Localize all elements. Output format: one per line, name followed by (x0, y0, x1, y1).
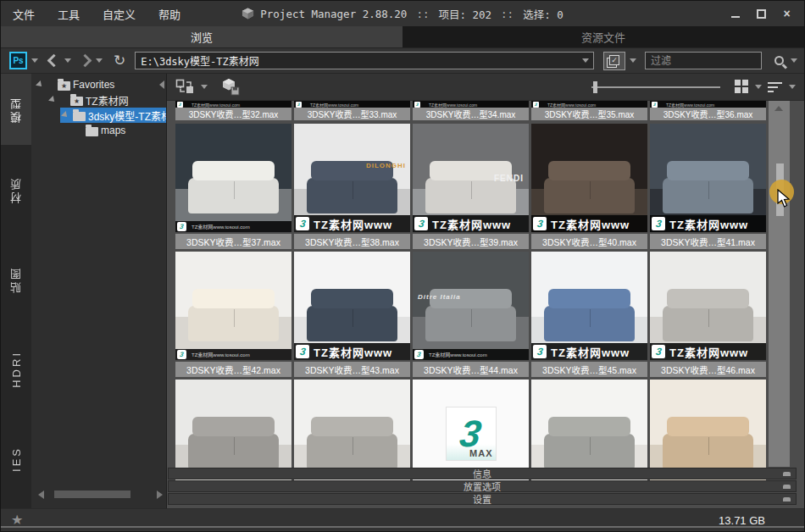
forward-button[interactable] (79, 54, 92, 68)
max-file-icon: 3 (414, 217, 428, 230)
side-tab-label: IES (10, 446, 23, 472)
thumbnail-image: 3TZ素材网www (531, 124, 647, 232)
thumbnail-cell[interactable]: 3TZ素材网www3DSKY收费…型45.max (531, 252, 647, 377)
thumbnail-cell[interactable]: 3TZ素材网www3DSKY收费…型41.max (650, 124, 766, 249)
main-tabs: 浏览资源文件 (1, 26, 804, 48)
side-tab-hdri[interactable]: HDRI (1, 324, 31, 414)
thumbnail-area: 3TZ素材网www.tosoui.com3DSKY收费…型32.max3TZ素材… (167, 74, 804, 508)
tree-expander-icon[interactable] (36, 80, 44, 89)
relink-assets-icon[interactable] (175, 79, 196, 95)
panel-info[interactable]: 信息 (168, 468, 797, 479)
back-history-dropdown-icon[interactable] (64, 58, 71, 63)
panel-collapse-icon[interactable] (783, 497, 791, 502)
furniture-shape (425, 178, 516, 213)
tree-item-3dsky[interactable]: 3dsky模型-TZ素材网 (31, 108, 166, 123)
thumbnail-cell[interactable]: 3TZ素材网www3DSKY收费…型40.max (531, 124, 647, 249)
panel-placement[interactable]: 放置选项 (168, 480, 797, 492)
relink-dropdown-icon[interactable] (201, 85, 208, 89)
forward-history-dropdown-icon[interactable] (96, 58, 103, 63)
tree-expander-icon[interactable] (61, 111, 69, 119)
thumbnail-cell[interactable]: FENDI3TZ素材网www3DSKY收费…型39.max (413, 124, 529, 249)
maximize-button[interactable] (756, 8, 767, 19)
side-tab-ies[interactable]: IES (1, 414, 31, 504)
watermark-strip: 3TZ素材网www.tosoui.com (650, 101, 766, 108)
furniture-shape (425, 306, 516, 341)
thumbnail-cell[interactable]: Ditre Italia3TZ素材网www.tosoui.com3DSKY收费…… (413, 252, 529, 377)
sort-icon[interactable] (768, 81, 783, 93)
filter-field[interactable] (645, 52, 762, 69)
menu-customize[interactable]: 自定义 (103, 6, 136, 22)
filter-input[interactable] (645, 52, 762, 69)
thumbnail-cell[interactable]: DILONGHI3TZ素材网www3DSKY收费…型38.max (294, 124, 410, 249)
tree-horizontal-scrollbar[interactable] (38, 489, 163, 500)
tree-item-label: Favorites (73, 79, 114, 91)
thumbnail-cell[interactable]: 3TZ素材网www.tosoui.com3DSKY收费…型34.max (413, 101, 529, 120)
thumbnail-cell[interactable]: 3TZ素材网www.tosoui.com3DSKY收费…型42.max (175, 252, 291, 377)
search-dropdown-icon[interactable] (791, 58, 797, 63)
slider-track[interactable] (591, 86, 720, 88)
view-mode-dropdown-icon[interactable] (755, 85, 762, 89)
thumbnail-cell[interactable]: 3TZ素材网www3DSKY收费…型43.max (294, 252, 410, 377)
filter-preset-button[interactable]: ✓ (603, 52, 625, 70)
menu-tools[interactable]: 工具 (58, 6, 80, 22)
address-dropdown-icon[interactable] (582, 58, 589, 63)
panel-collapse-icon[interactable] (783, 472, 791, 476)
favorite-star-icon[interactable]: ★ (11, 513, 23, 527)
side-tab-maps[interactable]: 贴图 (1, 235, 31, 324)
thumbnail-size-slider[interactable] (591, 81, 720, 93)
close-button[interactable]: × (781, 8, 792, 19)
tree-expander-icon[interactable] (48, 96, 57, 104)
app-window: 文件工具自定义帮助 Project Manager 2.88.20 :: 项目:… (0, 0, 805, 532)
folder-star-icon (70, 97, 83, 106)
address-bar[interactable] (135, 52, 594, 69)
minimize-button[interactable] (730, 8, 741, 19)
menu-help[interactable]: 帮助 (158, 6, 180, 22)
search-icon[interactable] (774, 56, 784, 65)
scrollbar-thumb[interactable] (54, 490, 130, 498)
thumbnail-toolbar (167, 74, 804, 101)
thumbnail-image: 3TZ素材网www (650, 252, 766, 360)
slider-handle[interactable] (593, 81, 597, 93)
scroll-right-icon[interactable] (157, 490, 163, 499)
tree-item-tz[interactable]: TZ素材网 (31, 92, 166, 108)
thumbnail-cell[interactable]: 3TZ素材网www.tosoui.com3DSKY收费…型32.max (175, 101, 291, 120)
panel-collapse-icon[interactable] (783, 485, 791, 489)
thumbnail-caption: 3DSKY收费…型32.max (175, 108, 291, 120)
side-tab-models[interactable]: 模型 (1, 74, 31, 145)
watermark-strip: 3TZ素材网www (650, 343, 766, 360)
panel-collapse-arrow-icon[interactable] (159, 80, 164, 89)
tab-browse[interactable]: 浏览 (1, 26, 402, 47)
save-model-icon[interactable] (221, 78, 240, 96)
scroll-left-icon[interactable] (38, 490, 44, 499)
scrollbar-track[interactable] (47, 489, 153, 500)
tab-assets[interactable]: 资源文件 (402, 26, 804, 47)
thumbnail-cell[interactable]: 3TZ素材网www.tosoui.com3DSKY收费…型33.max (294, 101, 410, 120)
thumbnail-cell[interactable]: 3TZ素材网www.tosoui.com3DSKY收费…型36.max (650, 101, 766, 120)
back-button[interactable] (47, 54, 61, 68)
furniture-shape (544, 306, 635, 341)
address-input[interactable] (135, 52, 594, 69)
tree-item-maps[interactable]: maps (31, 123, 166, 138)
sort-dropdown-icon[interactable] (789, 85, 796, 89)
watermark-text: TZ素材网www.tosoui.com (192, 223, 250, 230)
filter-preset-dropdown-icon[interactable] (630, 58, 636, 63)
panel-settings[interactable]: 设置 (168, 493, 797, 505)
photoshop-dropdown-icon[interactable] (31, 58, 38, 63)
thumbnail-image: 3TZ素材网www.tosoui.com (175, 124, 291, 232)
thumbnail-caption: 3DSKY收费…型43.max (294, 362, 410, 377)
selection-count: 选择: 0 (523, 6, 564, 22)
photoshop-button[interactable]: Ps (9, 52, 27, 69)
side-tab-materials[interactable]: 材质 (1, 145, 31, 235)
thumbnail-cell[interactable]: 3TZ素材网www.tosoui.com3DSKY收费…型37.max (175, 124, 291, 249)
thumbnail-image: 3TZ素材网www (650, 124, 766, 232)
thumbnail-cell[interactable]: 3TZ素材网www.tosoui.com3DSKY收费…型35.max (531, 101, 647, 120)
panel-label: 设置 (473, 492, 491, 506)
scroll-up-icon[interactable] (774, 106, 783, 111)
thumbnail-cell[interactable]: 3TZ素材网www3DSKY收费…型46.max (650, 252, 766, 377)
max-file-icon: 3 (652, 217, 665, 230)
tree-item-favorites[interactable]: Favorites (31, 77, 166, 92)
grid-view-icon[interactable] (735, 80, 749, 94)
menu-file[interactable]: 文件 (13, 6, 35, 22)
vertical-scrollbar[interactable] (769, 101, 790, 467)
refresh-icon[interactable]: ↻ (114, 53, 125, 69)
